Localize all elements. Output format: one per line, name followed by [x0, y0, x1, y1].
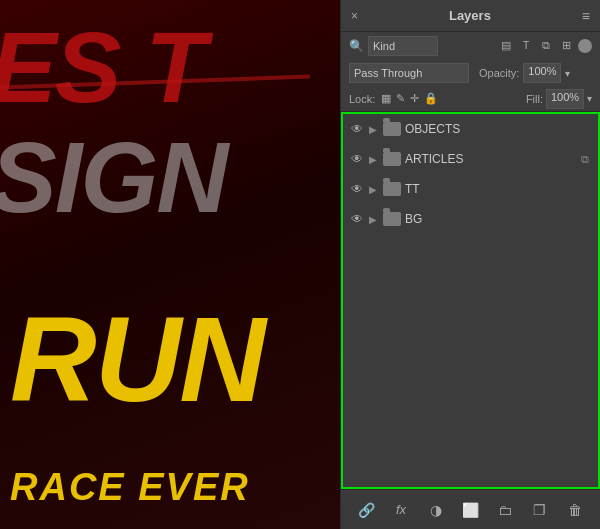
visibility-icon-tt[interactable]: 👁 [349, 181, 365, 197]
shape-filter-icon[interactable]: ⊞ [558, 39, 574, 53]
fill-value[interactable]: 100% [546, 89, 584, 109]
new-layer-icon[interactable]: ❐ [528, 498, 552, 522]
panel-menu-icon[interactable]: ≡ [582, 8, 590, 24]
search-icon: 🔍 [349, 39, 364, 53]
lock-label: Lock: [349, 93, 375, 105]
panel-title: Layers [449, 8, 491, 23]
blend-opacity-row: Pass Through Normal Multiply Screen Opac… [341, 60, 600, 86]
layer-name-tt: TT [405, 182, 592, 196]
canvas-text-sign: SIGN [0, 120, 226, 235]
visibility-icon-objects[interactable]: 👁 [349, 121, 365, 137]
folder-icon-objects [383, 122, 401, 136]
delete-layer-icon[interactable]: 🗑 [563, 498, 587, 522]
visibility-icon-articles[interactable]: 👁 [349, 151, 365, 167]
app-container: ES T SIGN RUN RACE EVER × Layers ≡ 🔍 Kin… [0, 0, 600, 529]
smartobj-filter-icon[interactable] [578, 39, 592, 53]
expand-arrow-tt[interactable]: ▶ [369, 184, 379, 195]
pixel-filter-icon[interactable]: ▤ [498, 39, 514, 53]
folder-icon-bg [383, 212, 401, 226]
layer-item-tt[interactable]: 👁 ▶ TT [341, 174, 600, 204]
folder-icon-tt [383, 182, 401, 196]
lock-pixels-icon[interactable]: ▦ [381, 92, 391, 105]
expand-arrow-objects[interactable]: ▶ [369, 124, 379, 135]
folder-icon-articles [383, 152, 401, 166]
layer-item-objects[interactable]: 👁 ▶ OBJECTS [341, 114, 600, 144]
layer-name-bg: BG [405, 212, 592, 226]
link-icon[interactable]: 🔗 [354, 498, 378, 522]
close-icon[interactable]: × [351, 9, 358, 23]
layer-name-articles: ARTICLES [405, 152, 574, 166]
lock-position-icon[interactable]: ✎ [396, 92, 405, 105]
fill-arrow[interactable]: ▾ [587, 93, 592, 104]
opacity-value[interactable]: 100% [523, 63, 561, 83]
visibility-icon-bg[interactable]: 👁 [349, 211, 365, 227]
opacity-arrow[interactable]: ▾ [565, 68, 570, 79]
blend-mode-select[interactable]: Pass Through Normal Multiply Screen [349, 63, 469, 83]
lock-icons: ▦ ✎ ✛ 🔒 [381, 92, 438, 105]
lock-all-icon[interactable]: 🔒 [424, 92, 438, 105]
filter-icons: ▤ T ⧉ ⊞ [498, 39, 592, 53]
new-mask-icon[interactable]: ⬜ [458, 498, 482, 522]
fill-section: Fill: 100% ▾ [526, 89, 592, 109]
panel-footer: 🔗 fx ◑ ⬜ 🗀 ❐ 🗑 [341, 489, 600, 529]
layer-item-bg[interactable]: 👁 ▶ BG [341, 204, 600, 234]
kind-select[interactable]: Kind [368, 36, 438, 56]
type-filter-icon[interactable]: ⧉ [538, 39, 554, 53]
lock-fill-row: Lock: ▦ ✎ ✛ 🔒 Fill: 100% ▾ [341, 86, 600, 112]
fill-label: Fill: [526, 93, 543, 105]
layer-name-objects: OBJECTS [405, 122, 592, 136]
canvas-text-top: ES T [0, 10, 204, 125]
panel-header: × Layers ≡ [341, 0, 600, 32]
new-group-icon[interactable]: 🗀 [493, 498, 517, 522]
layers-panel: × Layers ≡ 🔍 Kind ▤ T ⧉ ⊞ Pass Through N… [340, 0, 600, 529]
canvas-text-run: RUN [10, 290, 264, 428]
adjustment-filter-icon[interactable]: T [518, 39, 534, 53]
layers-list: 👁 ▶ OBJECTS 👁 ▶ ARTICLES ⧉ 👁 ▶ TT [341, 112, 600, 489]
opacity-label: Opacity: [479, 67, 519, 79]
layer-item-articles[interactable]: 👁 ▶ ARTICLES ⧉ [341, 144, 600, 174]
layers-empty-space [341, 234, 600, 414]
new-adjustment-icon[interactable]: ◑ [424, 498, 448, 522]
canvas-text-race: RACE EVER [10, 466, 250, 509]
expand-arrow-articles[interactable]: ▶ [369, 154, 379, 165]
lock-move-icon[interactable]: ✛ [410, 92, 419, 105]
link-badge-articles: ⧉ [578, 153, 592, 166]
expand-arrow-bg[interactable]: ▶ [369, 214, 379, 225]
fx-icon[interactable]: fx [389, 498, 413, 522]
kind-row: 🔍 Kind ▤ T ⧉ ⊞ [341, 32, 600, 60]
